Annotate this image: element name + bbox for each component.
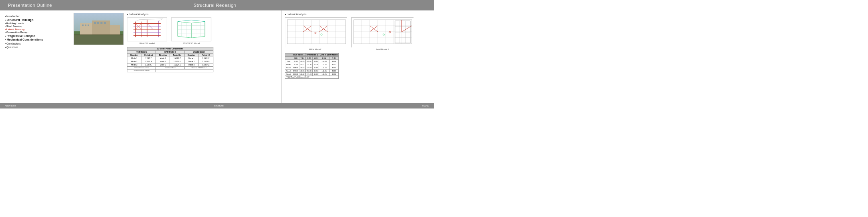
col-per2: Period (s) [170, 54, 185, 57]
sub-item-building-loads: Building Loads [5, 22, 67, 25]
sub-item-connection-design: Connection Design [5, 31, 67, 33]
ram-model1-label: RAM Model 1 [309, 48, 323, 51]
period-table-container: 3D Model Period Comparisons RAM Model 1 … [127, 46, 278, 72]
main-content: Introduction Structural Redesign Buildin… [0, 10, 434, 103]
svg-rect-4 [110, 25, 120, 35]
svg-rect-12 [74, 35, 124, 45]
rigidity-row-floor2: Floor 2 150.0140.42 171.2440.22 138.7540… [285, 73, 339, 76]
rigidity-row-roof: Roof 85.2641.25 128.4741.35 154.3349.98 [285, 60, 339, 63]
header: Presentation Outline Structural Redesign [0, 0, 434, 10]
etabs-model-image [171, 17, 211, 41]
com-rigidity-header: COM of Both Models [319, 53, 338, 57]
etabs-model-container: ETABS 3D Model [171, 17, 211, 45]
ram-model1-box: RAM Model 1 [285, 17, 347, 51]
ram-plan1-svg [285, 18, 348, 48]
sidebar-item-conclusions: Conclusions [5, 42, 67, 45]
sidebar-item-structural-redesign: Structural Redesign Building Loads Steel… [5, 18, 67, 33]
footer-author: Adam Love [5, 104, 16, 107]
header-left-title: Presentation Outline [8, 3, 52, 8]
svg-rect-8 [94, 22, 96, 24]
svg-rect-7 [88, 25, 89, 26]
etabs-model-label: ETABS 3D Model [183, 42, 200, 45]
ram-model2-image [351, 17, 414, 47]
slide: Presentation Outline Structural Redesign… [0, 0, 434, 108]
table-row: Mode 21.2093 X Mode 21.3521 X Mode 21.05… [127, 60, 213, 63]
rigidity-row-floor3: Floor 3 176.1640.86 153.3640.85 142.6541… [285, 70, 339, 73]
svg-rect-1 [74, 31, 124, 45]
table-row-notes: *Braced Frames at Core *Additional Brace… [127, 67, 213, 70]
ram-model2-box: RAM Model 2 [351, 17, 414, 51]
etabs-model-svg [172, 18, 211, 41]
svg-rect-9 [97, 22, 99, 24]
rigidity-main-header [285, 53, 292, 57]
ram-model-label: RAM 3D Model [139, 42, 154, 45]
svg-rect-5 [82, 25, 84, 26]
building-photo [74, 13, 124, 45]
rigidity-row-floor5: Floor 5 91.2841.07 131.3641.08 142.6541.… [285, 63, 339, 66]
col-per1: Period (s) [141, 54, 156, 57]
footer-date: 4/12/10 [422, 104, 429, 107]
sidebar: Introduction Structural Redesign Buildin… [0, 10, 70, 103]
ram-model2-label: RAM Model 2 [376, 48, 389, 51]
rigidity-table-container: RAM Model 1 RAM Model 2 COM of Both Mode… [285, 52, 431, 79]
svg-rect-64 [352, 18, 414, 48]
sub-list: Building Loads Steel Framing Lateral Fra… [5, 22, 67, 34]
etabs-header: ETABS Model [184, 51, 213, 54]
ram-models-row: RAM Model 1 [285, 17, 431, 51]
svg-rect-6 [85, 25, 86, 26]
right-content: Lateral Analysis [281, 10, 434, 103]
ram-plan2-svg [352, 18, 414, 48]
right-lateral-label: Lateral Analysis [285, 13, 431, 16]
svg-rect-47 [285, 18, 348, 48]
ram-model-image [127, 17, 167, 41]
sub-item-lateral-framing: Lateral Framing [5, 28, 67, 31]
header-center-title: Structural Redesign [194, 3, 236, 8]
center-content: Lateral Analysis [70, 10, 281, 103]
sub-item-steel-framing: Steel Framing [5, 25, 67, 27]
ram2-header: RAM Model 2 [156, 51, 184, 54]
footer: Adam Love Structural 4/12/10 [0, 103, 434, 108]
center-right: Lateral Analysis [127, 13, 278, 72]
ram-model-svg [127, 18, 167, 41]
center-top: Lateral Analysis [74, 13, 278, 72]
table-row: Mode 31.127 G Mode 31.1124 Z Mode 30.982… [127, 63, 213, 67]
col-dir1: Direction [127, 54, 141, 57]
period-table-title: 3D Model Period Comparisons [127, 47, 213, 51]
footer-center: Structural [214, 104, 224, 107]
period-table: 3D Model Period Comparisons RAM Model 1 … [127, 47, 213, 72]
table-row-notes2: *Exterior Moment Frames [127, 70, 213, 72]
col-dir3: Direction [184, 54, 199, 57]
sidebar-item-questions: Questions [5, 46, 67, 49]
ram1-header: RAM Model 1 [127, 51, 156, 54]
outline-list: Introduction Structural Redesign Buildin… [5, 15, 67, 49]
col-dir2: Direction [156, 54, 170, 57]
ram1-rigidity-header: RAM Model 1 [292, 53, 305, 57]
svg-rect-10 [100, 22, 102, 24]
lateral-analysis-label: Lateral Analysis [127, 13, 278, 16]
rigidity-row-floor4: Floor 4 104.6541.02 140.0741.13 142.0441… [285, 66, 339, 70]
sidebar-item-progressive-collapse: Progressive Collapse [5, 35, 67, 37]
ram-model1-image [285, 17, 347, 47]
sidebar-item-introduction: Introduction [5, 15, 67, 18]
building-svg [74, 13, 124, 45]
ram-model-container: RAM 3D Model [127, 17, 167, 45]
rigidity-note-row: * RAM Model 2 adds Brace at Grid H [285, 76, 339, 79]
col-per3: Period (s) [199, 54, 213, 57]
rigidity-table: RAM Model 1 RAM Model 2 COM of Both Mode… [285, 53, 339, 79]
table-row: Mode 12.145 Z Mode 11.4793 Z Mode 11.192… [127, 57, 213, 60]
sidebar-item-mechanical: Mechanical Considerations [5, 38, 67, 41]
svg-rect-11 [104, 22, 106, 24]
ram2-rigidity-header: RAM Model 2 [305, 53, 319, 57]
models-row: RAM 3D Model [127, 17, 278, 45]
